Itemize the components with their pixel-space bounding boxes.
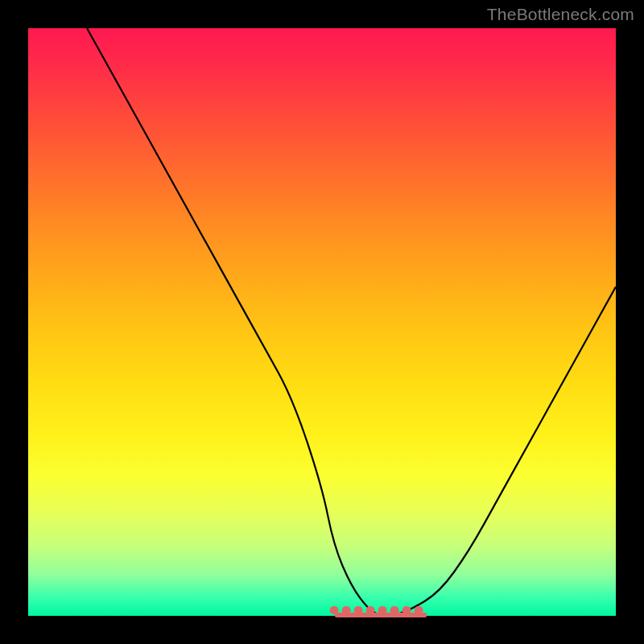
chart-svg: [28, 28, 616, 616]
curve-group: [87, 28, 616, 616]
plot-area: [28, 28, 616, 616]
watermark-text: TheBottleneck.com: [487, 5, 634, 24]
chart-frame: TheBottleneck.com: [0, 0, 644, 644]
bottleneck-curve-path: [87, 28, 616, 616]
